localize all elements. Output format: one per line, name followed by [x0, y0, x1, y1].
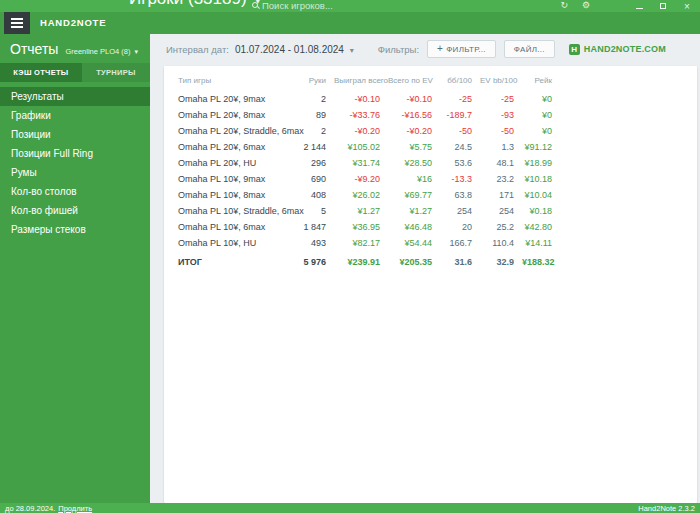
cell: Omaha PL 10¥, 8max	[174, 187, 296, 203]
cell: 5 976	[296, 251, 330, 270]
sidebar-item[interactable]: Графики	[0, 106, 150, 125]
app-brand: HAND2NOTE	[40, 12, 106, 34]
sidebar-item[interactable]: Кол-во фишей	[0, 201, 150, 220]
cell: ¥0	[518, 91, 556, 107]
minimize-icon	[636, 8, 643, 9]
sidebar-item[interactable]: Кол-во столов	[0, 182, 150, 201]
renew-link[interactable]: Продлить	[58, 504, 92, 513]
column-header[interactable]: Выиграл всего	[330, 74, 384, 91]
sidebar-item[interactable]: Позиции Full Ring	[0, 144, 150, 163]
cell: -189.7	[436, 107, 476, 123]
cell: ¥10.18	[518, 171, 556, 187]
sidebar-tabs: КЭШ ОТЧЕТЫТУРНИРЫ	[0, 63, 150, 82]
cell: 493	[296, 235, 330, 251]
cell: ¥54.44	[384, 235, 436, 251]
cell: ¥0	[518, 107, 556, 123]
profile-name: Greenline PLO4 (8)	[65, 47, 130, 56]
titlebar: Игроки (33189) ▾ ↻ ⚙ ×	[0, 0, 700, 12]
plus-icon: +	[437, 46, 443, 52]
report-row[interactable]: Omaha PL 20¥, HU296¥31.74¥28.5053.648.1¥…	[174, 155, 556, 171]
search-box[interactable]	[252, 0, 372, 12]
hand2note-logo-icon: H	[569, 44, 580, 55]
sidebar-tab[interactable]: ТУРНИРЫ	[82, 63, 150, 82]
cell: 23.2	[476, 171, 518, 187]
sidebar-tab[interactable]: КЭШ ОТЧЕТЫ	[0, 63, 82, 82]
file-button[interactable]: ФАЙЛ...	[504, 40, 555, 58]
sidebar-item[interactable]: Румы	[0, 163, 150, 182]
minimize-button[interactable]	[634, 1, 644, 11]
hamburger-icon	[11, 18, 23, 20]
hand2note-com-link[interactable]: H HAND2NOTE.COM	[569, 44, 666, 55]
column-header[interactable]: Тип игры	[174, 74, 296, 91]
column-header[interactable]: Рейк	[518, 74, 556, 91]
cell: 89	[296, 107, 330, 123]
main-area: Интервал дат: 01.07.2024 - 01.08.2024 ▾ …	[150, 34, 700, 503]
chevron-down-icon: ▾	[350, 46, 354, 55]
cell: 296	[296, 155, 330, 171]
cell: ¥46.48	[384, 219, 436, 235]
sidebar-header: Отчеты Greenline PLO4 (8) ▾	[0, 34, 150, 63]
cell: Omaha PL 10¥, HU	[174, 235, 296, 251]
cell: ¥14.11	[518, 235, 556, 251]
cell: Omaha PL 20¥, Straddle, 6max	[174, 123, 296, 139]
refresh-icon[interactable]: ↻	[560, 0, 568, 10]
report-table-header: Тип игрыРукиВыиграл всегоВсего по EVбб/1…	[174, 74, 556, 91]
report-table-body: Omaha PL 20¥, 9max2-¥0.10-¥0.10-25-25¥0O…	[174, 91, 556, 270]
date-range-selector[interactable]: 01.07.2024 - 01.08.2024 ▾	[235, 44, 354, 55]
cell: -¥33.76	[330, 107, 384, 123]
sidebar-item[interactable]: Результаты	[0, 87, 150, 106]
cell: -¥0.10	[330, 91, 384, 107]
cell: ¥28.50	[384, 155, 436, 171]
cell: 63.8	[436, 187, 476, 203]
cell: 48.1	[476, 155, 518, 171]
search-input[interactable]	[262, 0, 372, 11]
cell: 2 144	[296, 139, 330, 155]
maximize-button[interactable]	[658, 1, 668, 11]
cell: -50	[476, 123, 518, 139]
cell: 53.6	[436, 155, 476, 171]
gear-icon[interactable]: ⚙	[582, 0, 590, 10]
cell: Omaha PL 20¥, 8max	[174, 107, 296, 123]
report-row[interactable]: Omaha PL 10¥, Straddle, 6max5¥1.27¥1.272…	[174, 203, 556, 219]
cell: ¥5.75	[384, 139, 436, 155]
cell: 166.7	[436, 235, 476, 251]
column-header[interactable]: EV bb/100	[476, 74, 518, 91]
chevron-down-icon: ▾	[135, 48, 139, 55]
profile-selector[interactable]: Greenline PLO4 (8) ▾	[65, 47, 138, 56]
cell: ¥0	[518, 123, 556, 139]
add-filter-label: ФИЛЬТР...	[446, 45, 486, 54]
report-row[interactable]: Omaha PL 10¥, 8max408¥26.02¥69.7763.8171…	[174, 187, 556, 203]
report-row[interactable]: Omaha PL 20¥, Straddle, 6max2-¥0.20-¥0.2…	[174, 123, 556, 139]
column-header[interactable]: бб/100	[436, 74, 476, 91]
report-row[interactable]: Omaha PL 20¥, 8max89-¥33.76-¥16.56-189.7…	[174, 107, 556, 123]
report-row[interactable]: Omaha PL 10¥, 6max1 847¥36.95¥46.482025.…	[174, 219, 556, 235]
cell: ¥91.12	[518, 139, 556, 155]
report-row[interactable]: Omaha PL 10¥, 9max690-¥9.20¥16-13.323.2¥…	[174, 171, 556, 187]
cell: Omaha PL 10¥, 9max	[174, 171, 296, 187]
sidebar-item[interactable]: Позиции	[0, 125, 150, 144]
app-version: Hand2Note 2.3.2	[638, 504, 695, 513]
cell: 31.6	[436, 251, 476, 270]
cell: ¥188.32	[518, 251, 556, 270]
page-title[interactable]: Игроки (33189) ▾	[129, 0, 260, 9]
report-row[interactable]: Omaha PL 10¥, HU493¥82.17¥54.44166.7110.…	[174, 235, 556, 251]
hamburger-menu-button[interactable]	[4, 12, 30, 34]
sidebar-item[interactable]: Размеры стеков	[0, 220, 150, 239]
cell: 171	[476, 187, 518, 203]
cell: ¥18.99	[518, 155, 556, 171]
page-title-text: Игроки (33189)	[129, 0, 247, 8]
close-button[interactable]: ×	[682, 1, 692, 11]
date-range-value: 01.07.2024 - 01.08.2024	[235, 44, 344, 55]
status-bar: до 28.09.2024.Продлить Hand2Note 2.3.2	[0, 503, 700, 513]
column-header[interactable]: Всего по EV	[384, 74, 436, 91]
column-header[interactable]: Руки	[296, 74, 330, 91]
cell: -¥9.20	[330, 171, 384, 187]
total-row: ИТОГ5 976¥239.91¥205.3531.632.9¥188.32	[174, 251, 556, 270]
cell: Omaha PL 20¥, 9max	[174, 91, 296, 107]
report-row[interactable]: Omaha PL 20¥, 9max2-¥0.10-¥0.10-25-25¥0	[174, 91, 556, 107]
cell: ¥69.77	[384, 187, 436, 203]
cell: 32.9	[476, 251, 518, 270]
report-row[interactable]: Omaha PL 20¥, 6max2 144¥105.02¥5.7524.51…	[174, 139, 556, 155]
cell: -93	[476, 107, 518, 123]
add-filter-button[interactable]: + ФИЛЬТР...	[427, 40, 496, 58]
